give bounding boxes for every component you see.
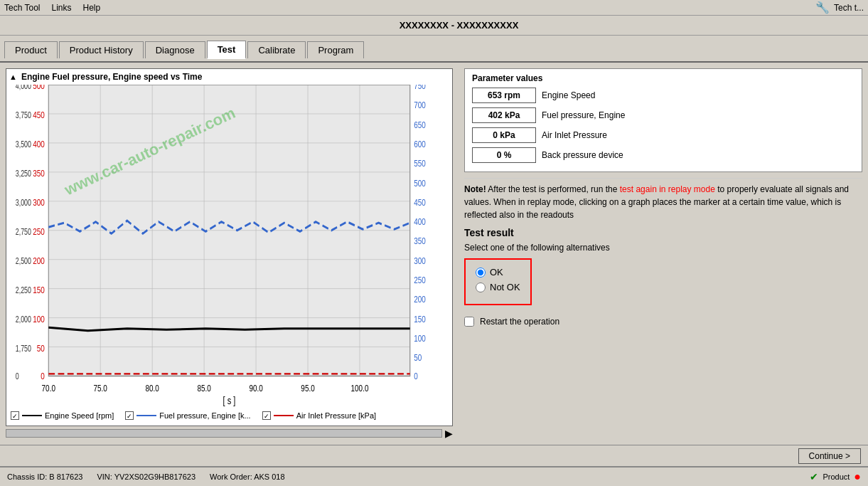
svg-text:400: 400 (33, 138, 45, 149)
legend-check-fuel-pressure[interactable] (125, 411, 134, 420)
svg-text:250: 250 (33, 226, 45, 237)
restart-row: Restart the operation (464, 317, 862, 327)
chart-svg: 500 450 400 350 300 250 200 150 100 50 0… (9, 85, 449, 408)
svg-text:85.0: 85.0 (197, 382, 211, 393)
chart-area: 500 450 400 350 300 250 200 150 100 50 0… (9, 85, 449, 408)
svg-text:500: 500 (414, 177, 426, 189)
legend-air-inlet: Air Inlet Pressure [kPa] (262, 411, 377, 420)
svg-text:150: 150 (33, 284, 45, 295)
svg-text:450: 450 (33, 109, 45, 120)
svg-text:0: 0 (414, 370, 418, 381)
status-right-label: Product (823, 472, 850, 481)
parameter-values-title: Parameter values (472, 73, 854, 83)
svg-text:70.0: 70.0 (42, 382, 56, 393)
main-content: ▲ Engine Fuel pressure, Engine speed vs … (0, 63, 868, 445)
title-bar: XXXXXXXX - XXXXXXXXXX (0, 16, 868, 36)
param-label-back-pressure: Back pressure device (542, 150, 623, 160)
legend-line-air-inlet (274, 415, 294, 416)
svg-text:2,000: 2,000 (16, 314, 31, 324)
svg-text:250: 250 (414, 274, 426, 285)
restart-checkbox[interactable] (464, 317, 474, 327)
menu-links[interactable]: Links (51, 3, 71, 13)
menu-help[interactable]: Help (83, 3, 101, 13)
chart-collapse-icon[interactable]: ▲ (9, 73, 17, 81)
test-result-subtitle: Select one of the following alternatives (464, 243, 862, 253)
status-vin: VIN: YV2XS02G9HB817623 (97, 472, 195, 481)
svg-text:[ s ]: [ s ] (223, 394, 236, 406)
svg-text:600: 600 (414, 138, 426, 149)
test-result-section: Test result Select one of the following … (464, 227, 862, 305)
right-panel: Parameter values 653 rpm Engine Speed 40… (459, 63, 868, 445)
svg-text:200: 200 (33, 255, 45, 266)
scrollbar-horizontal[interactable] (6, 429, 442, 438)
legend-line-fuel-pressure (136, 415, 156, 416)
param-row-3: 0 % Back pressure device (472, 147, 854, 163)
svg-text:750: 750 (414, 85, 426, 91)
legend-label-air-inlet: Air Inlet Pressure [kPa] (296, 411, 377, 420)
svg-text:3,500: 3,500 (16, 139, 31, 149)
note-highlight: test again in replay mode (620, 184, 715, 194)
svg-text:350: 350 (414, 236, 426, 247)
svg-text:400: 400 (414, 216, 426, 228)
tech-tool-icon: 🔧 (815, 1, 830, 14)
status-bar: Chassis ID: B 817623 VIN: YV2XS02G9HB817… (0, 466, 868, 486)
legend-fuel-pressure: Fuel pressure, Engine [k... (125, 411, 250, 420)
tab-program[interactable]: Program (307, 41, 364, 58)
svg-text:3,250: 3,250 (16, 168, 31, 178)
menu-bar: Tech Tool Links Help 🔧 Tech t... (0, 0, 868, 16)
tab-test[interactable]: Test (207, 41, 247, 59)
svg-text:350: 350 (33, 167, 45, 179)
tab-product-history[interactable]: Product History (59, 41, 144, 58)
svg-text:100.0: 100.0 (351, 382, 369, 393)
parameter-values-box: Parameter values 653 rpm Engine Speed 40… (464, 68, 862, 172)
svg-text:50: 50 (414, 352, 422, 364)
svg-text:2,750: 2,750 (16, 226, 31, 236)
menu-tech-tool[interactable]: Tech Tool (4, 3, 40, 13)
status-check-icon: ✔ (810, 471, 818, 482)
test-result-title: Test result (464, 227, 862, 238)
tab-diagnose[interactable]: Diagnose (145, 41, 205, 58)
svg-text:500: 500 (33, 85, 45, 91)
radio-not-ok-row: Not OK (476, 282, 520, 292)
svg-text:0: 0 (16, 371, 19, 381)
status-right: ✔ Product ● (810, 470, 861, 483)
svg-text:2,250: 2,250 (16, 285, 31, 295)
param-row-2: 0 kPa Air Inlet Pressure (472, 127, 854, 143)
svg-text:2,500: 2,500 (16, 255, 31, 265)
status-chassis: Chassis ID: B 817623 (7, 472, 82, 481)
svg-text:100: 100 (414, 332, 426, 344)
chart-title-row: ▲ Engine Fuel pressure, Engine speed vs … (9, 72, 449, 82)
tab-calibrate[interactable]: Calibrate (247, 41, 306, 58)
svg-text:150: 150 (414, 313, 426, 324)
note-area: Note! After the test is performed, run t… (464, 178, 862, 221)
radio-ok-row: OK (476, 267, 520, 278)
svg-text:450: 450 (414, 196, 426, 208)
continue-button[interactable]: Continue > (798, 448, 861, 464)
radio-not-ok-label: Not OK (490, 282, 520, 292)
svg-text:100: 100 (33, 313, 45, 324)
svg-text:550: 550 (414, 158, 426, 169)
param-value-back-pressure: 0 % (472, 147, 536, 163)
scroll-right-arrow[interactable]: ▶ (445, 428, 453, 439)
legend-label-fuel-pressure: Fuel pressure, Engine [k... (159, 411, 250, 420)
param-row-1: 402 kPa Fuel pressure, Engine (472, 107, 854, 123)
svg-text:3,000: 3,000 (16, 197, 31, 207)
chart-title: Engine Fuel pressure, Engine speed vs Ti… (21, 72, 203, 82)
note-title: Note! (464, 184, 486, 194)
param-value-engine-speed: 653 rpm (472, 88, 536, 103)
legend-check-engine-speed[interactable] (11, 411, 19, 420)
radio-ok[interactable] (476, 268, 486, 278)
title-bar-center: XXXXXXXX - XXXXXXXXXX (57, 20, 861, 31)
legend-check-air-inlet[interactable] (262, 411, 271, 420)
nav-tabs: Product Product History Diagnose Test Ca… (0, 36, 868, 63)
param-value-air-inlet: 0 kPa (472, 127, 536, 143)
left-panel: ▲ Engine Fuel pressure, Engine speed vs … (0, 63, 459, 445)
svg-text:1,750: 1,750 (16, 343, 31, 353)
legend-engine-speed: Engine Speed [rpm] (11, 411, 114, 420)
title-bar-right-label: Tech t... (834, 3, 864, 13)
tab-product[interactable]: Product (4, 41, 58, 58)
svg-text:80.0: 80.0 (145, 382, 159, 393)
svg-text:75.0: 75.0 (94, 382, 108, 393)
chart-scroll: ▶ (6, 428, 453, 439)
radio-not-ok[interactable] (476, 282, 486, 292)
